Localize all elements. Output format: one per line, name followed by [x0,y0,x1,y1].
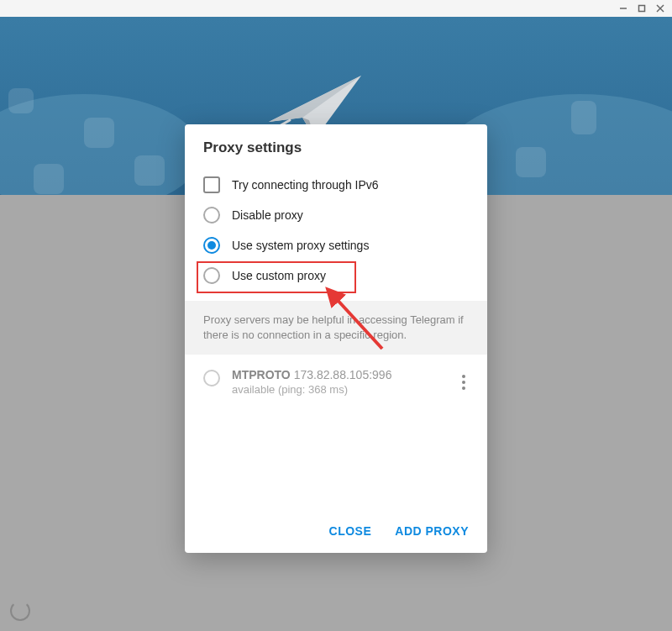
option-system-proxy[interactable]: Use system proxy settings [203,230,469,260]
option-ipv6[interactable]: Try connecting through IPv6 [203,170,469,200]
window-titlebar [0,0,672,17]
proxy-options-group: Try connecting through IPv6 Disable prox… [185,168,487,301]
loading-spinner-icon [10,601,30,621]
svg-rect-1 [639,6,645,12]
dialog-title: Proxy settings [185,124,487,168]
radio-icon [203,370,220,386]
option-disable-proxy[interactable]: Disable proxy [203,200,469,230]
option-label: Try connecting through IPv6 [232,178,379,192]
option-label: Disable proxy [232,208,303,222]
radio-icon [203,207,220,223]
minimize-button[interactable] [618,3,628,13]
radio-icon [203,267,220,284]
proxy-info: MTPROTO 173.82.88.105:996 available (pin… [232,368,447,396]
proxy-settings-dialog: Proxy settings Try connecting through IP… [185,124,487,553]
proxy-address: 173.82.88.105:996 [294,368,392,381]
close-button[interactable]: CLOSE [329,524,372,538]
close-window-button[interactable] [655,3,665,13]
option-label: Use custom proxy [232,269,326,282]
option-label: Use system proxy settings [232,239,369,252]
option-custom-proxy[interactable]: Use custom proxy [203,260,469,291]
radio-icon [203,237,220,254]
maximize-button[interactable] [637,3,647,13]
dialog-actions: CLOSE ADD PROXY [185,511,487,553]
proxy-protocol: MTPROTO [232,368,291,381]
checkbox-icon [203,176,220,193]
info-text: Proxy servers may be helpful in accessin… [185,301,487,355]
add-proxy-button[interactable]: ADD PROXY [395,524,469,538]
proxy-status: available (ping: 368 ms) [232,383,447,396]
proxy-list-item[interactable]: MTPROTO 173.82.88.105:996 available (pin… [185,355,487,410]
proxy-item-menu-button[interactable] [459,368,469,397]
